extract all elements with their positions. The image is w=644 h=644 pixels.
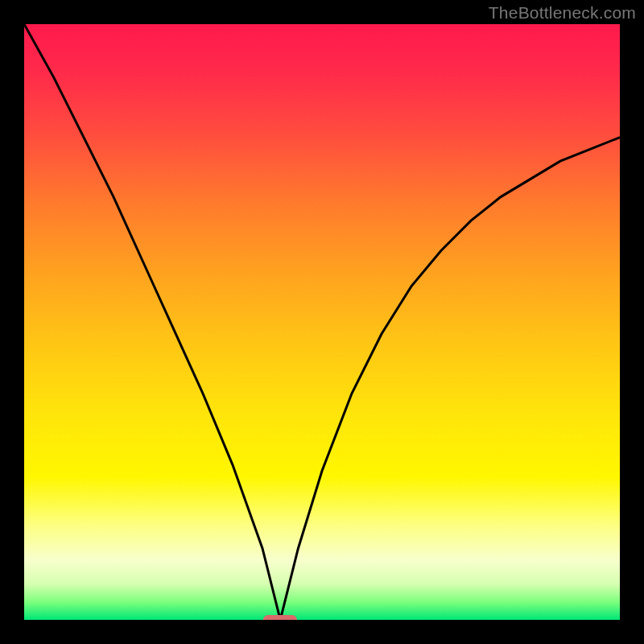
bottleneck-marker [263, 615, 297, 620]
right-branch-curve [280, 138, 620, 620]
watermark-text: TheBottleneck.com [489, 3, 636, 23]
chart-frame: TheBottleneck.com [0, 0, 644, 644]
plot-area [24, 24, 620, 620]
curve-layer [24, 24, 620, 620]
left-branch-curve [24, 24, 280, 620]
